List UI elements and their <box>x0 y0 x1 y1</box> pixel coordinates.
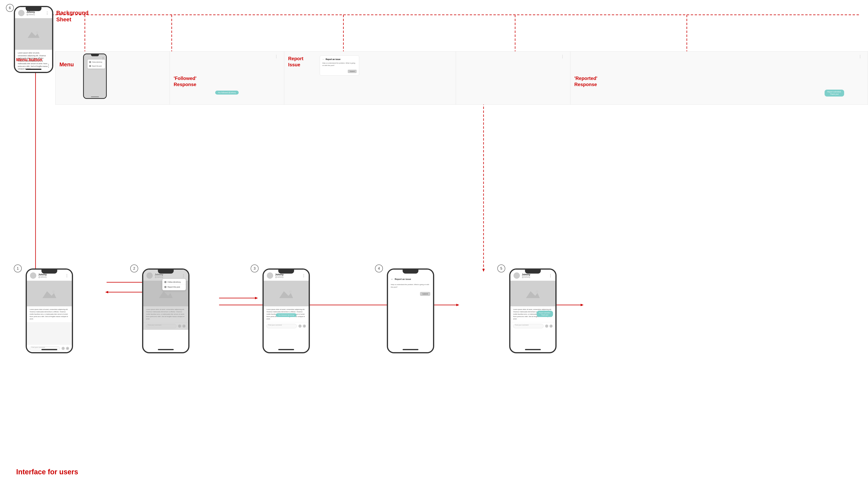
svg-marker-29 <box>483 269 485 272</box>
phone4-submit-btn[interactable]: Submit <box>420 292 430 296</box>
svg-point-33 <box>52 290 55 293</box>
phone-6: Johnny @Johnny ⋮ Lorem ipsum dolor sit a… <box>14 6 53 73</box>
report-menu-item[interactable]: Report this post <box>92 65 102 67</box>
number-3: 3 <box>251 265 258 272</box>
menu-label: Menu <box>59 61 74 68</box>
bg-cell-1: Menu ⋮ Follow @Johnny Report this post <box>55 51 170 104</box>
svg-marker-19 <box>255 297 258 299</box>
phone2-report-item[interactable]: Report this post <box>162 284 186 290</box>
phone2-follow-item[interactable]: Follow @Johnny <box>162 280 186 284</box>
reported-response-label: 'Reported'Response <box>574 75 597 87</box>
share-icon[interactable]: ↗ <box>66 347 69 350</box>
phone3-toast: You followed @Johnny <box>276 313 297 317</box>
report-title-top: Report an issue <box>326 58 340 60</box>
number-6: 6 <box>6 4 14 12</box>
phone4-report-desc: Help us understand the problem. What is … <box>391 283 430 289</box>
submit-btn-top[interactable]: Submit <box>348 70 356 73</box>
number-4: 4 <box>375 265 383 272</box>
menu-button-label: Menu button <box>16 57 42 62</box>
phone-4: ← Report an issue Help us understand the… <box>387 268 434 353</box>
number-1: 1 <box>14 265 22 272</box>
background-sheet-label: BackgroundSheet <box>56 9 88 23</box>
phone-2: Johnny @Johnny ⋮ Follow @Johnny Report t… <box>142 268 189 353</box>
followed-toast-top: You followed @Johnny <box>215 91 239 95</box>
svg-marker-21 <box>456 304 459 306</box>
reported-toast-top: Report submitted.Thank you! <box>825 90 844 96</box>
phone5-comment[interactable]: Post your comment <box>513 324 544 328</box>
svg-point-31 <box>36 31 38 34</box>
share-icon[interactable]: ↗ <box>303 325 306 328</box>
bg-cell-2: 'Followed'Response ⋮ You followed @Johnn… <box>170 51 284 104</box>
phone3-three-dots[interactable]: ⋮ <box>302 274 306 277</box>
phone-3: Johnny @Johnny ⋮ Lorem ipsum dolor sit a… <box>262 268 310 353</box>
phone-5: Johnny @Johnny ⋮ Lorem ipsum dolor sit a… <box>509 268 557 353</box>
like-icon[interactable]: ♡ <box>299 325 302 328</box>
number-2: 2 <box>130 265 138 272</box>
share-icon[interactable]: ↗ <box>550 325 553 328</box>
report-desc-top: Help us understand the problem. What is … <box>322 62 356 67</box>
svg-marker-23 <box>581 304 584 306</box>
bg-cell-4: ⋮ <box>456 51 570 104</box>
bg-cell-5: 'Reported'Response ⋮ Report submitted.Th… <box>570 51 868 104</box>
phone4-back[interactable]: ← <box>391 277 394 281</box>
phone3-comment[interactable]: Post your comment <box>267 324 297 328</box>
bg-cell-3: ReportIssue ← Report an issue Help us un… <box>284 51 456 104</box>
like-icon[interactable]: ♡ <box>545 325 548 328</box>
three-dots-indicator: ⋮ <box>46 63 51 68</box>
phone5-toast: Report submitted.Thank you! <box>537 311 553 317</box>
svg-point-39 <box>536 290 538 293</box>
followed-response-label: 'Followed'Response <box>174 75 196 87</box>
follow-menu-item[interactable]: Follow @Johnny <box>92 61 102 63</box>
svg-point-37 <box>289 290 292 293</box>
three-dots-btn[interactable]: ⋮ <box>45 11 49 15</box>
svg-marker-17 <box>105 291 108 293</box>
phone4-report-title: Report an issue <box>395 278 411 280</box>
phone-1: Johnny @Johnny ⋮ Lorem ipsum dolor sit a… <box>26 268 73 353</box>
interface-label: Interface for users <box>16 468 78 476</box>
phone5-three-dots[interactable]: ⋮ <box>549 274 552 277</box>
report-issue-label: ReportIssue <box>288 56 303 68</box>
like-icon[interactable]: ♡ <box>62 347 65 350</box>
phone1-three-dots[interactable]: ⋮ <box>65 274 69 277</box>
number-5: 5 <box>497 265 505 272</box>
